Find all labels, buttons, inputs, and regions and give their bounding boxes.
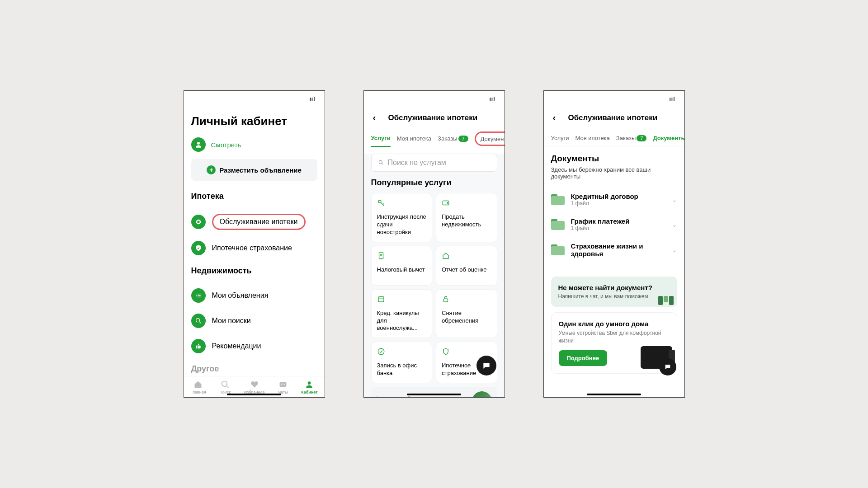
- status-bar: ııl: [184, 91, 325, 107]
- orders-badge: 7: [637, 135, 646, 141]
- menu-label: Мои объявления: [212, 291, 269, 300]
- folder-icon: [551, 219, 565, 230]
- highlight-oval: Обслуживание ипотеки: [212, 214, 306, 230]
- menu-recommendations[interactable]: Рекомендации: [191, 333, 317, 359]
- svg-point-32: [485, 365, 486, 366]
- list-icon: [191, 288, 206, 303]
- profile-row[interactable]: Смотреть: [191, 137, 317, 152]
- home-indicator: [227, 394, 281, 395]
- svg-point-36: [667, 366, 668, 366]
- tab-documents[interactable]: Документы: [653, 130, 684, 146]
- svg-point-35: [666, 366, 667, 366]
- svg-point-11: [222, 381, 227, 387]
- svg-point-9: [196, 319, 199, 322]
- service-card[interactable]: Продать недвижимость: [436, 193, 497, 242]
- chat-fab-button[interactable]: [659, 358, 676, 375]
- banner-title: Не можете найти документ?: [558, 284, 670, 291]
- svg-rect-3: [196, 294, 197, 294]
- menu-my-searches[interactable]: Мои поиски: [191, 308, 317, 333]
- tab-orders[interactable]: Заказы7: [616, 130, 647, 146]
- banner-text: Напишите в чат, и мы вам поможем: [558, 293, 670, 300]
- status-bar: ııl: [364, 91, 505, 107]
- help-banner[interactable]: Не можете найти документ? Напишите в чат…: [551, 277, 677, 307]
- svg-rect-6: [198, 295, 201, 296]
- signal-icon: ııl: [309, 96, 315, 102]
- svg-point-37: [668, 366, 669, 366]
- folder-icon: [551, 194, 565, 205]
- chevron-down-icon: ⌄: [672, 246, 677, 253]
- service-card[interactable]: Запись в офис банка: [371, 342, 433, 383]
- header-title: Обслуживание ипотеки: [548, 113, 677, 122]
- help-card[interactable]: Нужна помощь? Закажите звонок: [371, 387, 497, 397]
- tab-orders[interactable]: Заказы7: [438, 131, 468, 146]
- documents-subtitle: Здесь мы бережно храним все ваши докумен…: [551, 166, 677, 180]
- service-card[interactable]: Снятие обременения: [436, 289, 497, 338]
- header-title: Обслуживание ипотеки: [368, 113, 497, 122]
- svg-point-20: [378, 200, 381, 203]
- help-prompt: Нужна помощь?: [377, 395, 425, 397]
- check-circle-icon: [377, 347, 427, 357]
- chevron-down-icon: ⌄: [672, 196, 677, 203]
- nav-chats[interactable]: Чаты: [278, 380, 288, 394]
- plus-icon: +: [207, 165, 216, 174]
- search-input[interactable]: Поиск по услугам: [371, 154, 497, 172]
- tab-my-mortgage[interactable]: Моя ипотека: [575, 130, 609, 146]
- header-bar: ‹ Обслуживание ипотеки: [371, 107, 497, 130]
- avatar-icon: [191, 137, 206, 152]
- document-item[interactable]: Страхование жизни и здоровья ⌄: [551, 237, 677, 263]
- svg-rect-30: [444, 299, 448, 302]
- folder-icon: [551, 244, 565, 255]
- post-ad-button[interactable]: + Разместить объявление: [191, 159, 317, 181]
- menu-my-listings[interactable]: Мои объявления: [191, 283, 317, 308]
- svg-point-34: [487, 365, 488, 366]
- svg-point-33: [486, 365, 487, 366]
- view-link[interactable]: Смотреть: [211, 141, 241, 149]
- calendar-icon: [377, 295, 427, 305]
- nav-cabinet[interactable]: Кабинет: [301, 380, 317, 394]
- search-icon: [378, 160, 384, 166]
- chat-fab-button[interactable]: [476, 356, 496, 375]
- tab-documents[interactable]: Документы: [481, 136, 505, 142]
- status-bar: ııl: [544, 91, 684, 107]
- shield-check-icon: [191, 241, 206, 255]
- service-card[interactable]: Налоговый вычет: [371, 246, 433, 286]
- menu-mortgage-insurance[interactable]: Ипотечное страхование: [191, 235, 317, 261]
- popular-services-title: Популярные услуги: [371, 178, 497, 188]
- nav-favorites[interactable]: Избранное: [244, 380, 265, 394]
- document-item[interactable]: Кредитный договор1 файл ⌄: [551, 187, 677, 212]
- search-placeholder: Поиск по услугам: [388, 159, 446, 167]
- tab-services[interactable]: Услуги: [551, 130, 569, 146]
- nav-home[interactable]: Главная: [190, 380, 206, 394]
- svg-line-10: [199, 322, 201, 323]
- advisor-image: [472, 391, 492, 397]
- menu-label: Ипотечное страхование: [212, 244, 292, 252]
- search-icon: [191, 314, 206, 328]
- phone-screen-2: ııl ‹ Обслуживание ипотеки Услуги Моя ип…: [363, 90, 505, 398]
- wallet-icon: [442, 199, 491, 209]
- learn-more-button[interactable]: Подробнее: [559, 350, 608, 366]
- service-card[interactable]: Кред. каникулы для военнослужа...: [371, 289, 433, 338]
- menu-label: Обслуживание ипотеки: [220, 218, 298, 225]
- document-item[interactable]: График платежей1 файл ⌄: [551, 212, 677, 237]
- svg-point-0: [197, 142, 200, 145]
- page-title: Личный кабинет: [191, 114, 317, 128]
- svg-rect-8: [198, 297, 201, 297]
- tab-my-mortgage[interactable]: Моя ипотека: [397, 131, 431, 146]
- svg-point-2: [197, 221, 199, 223]
- documents-title: Документы: [551, 154, 677, 164]
- menu-mortgage-service[interactable]: Обслуживание ипотеки: [191, 208, 317, 235]
- document-icon: [377, 252, 427, 262]
- signal-icon: ııl: [669, 96, 675, 102]
- menu-label: Рекомендации: [212, 342, 261, 350]
- svg-rect-28: [378, 296, 384, 301]
- service-card[interactable]: Инструкция после сдачи новостройки: [371, 193, 433, 242]
- phone-screen-3: ııl ‹ Обслуживание ипотеки Услуги Моя ип…: [543, 90, 685, 398]
- other-section-title: Другое: [191, 364, 317, 374]
- orders-badge: 7: [458, 136, 468, 142]
- home-icon: [442, 252, 491, 262]
- banner-decoration: [658, 296, 674, 305]
- phone-screen-1: ııl Личный кабинет Смотреть + Разместить…: [184, 90, 325, 398]
- tab-services[interactable]: Услуги: [371, 130, 391, 147]
- service-card[interactable]: Отчет об оценке: [436, 246, 497, 286]
- nav-search[interactable]: Поиск: [219, 380, 231, 394]
